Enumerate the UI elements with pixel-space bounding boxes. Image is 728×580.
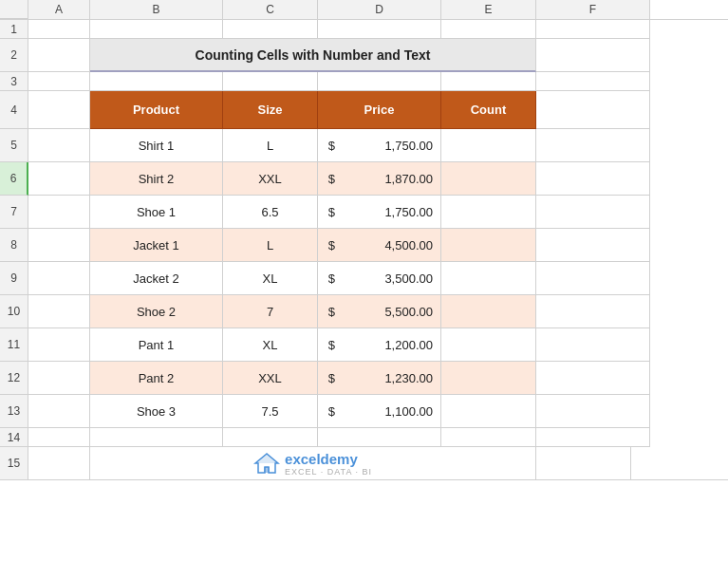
cell-count-6[interactable] <box>441 295 536 328</box>
cell-f5[interactable] <box>536 129 650 162</box>
cell-a8[interactable] <box>28 229 90 262</box>
table-row: Shoe 3 7.5 $ 1,100.00 <box>28 395 728 428</box>
cell-b14[interactable] <box>90 428 223 447</box>
cell-f10[interactable] <box>536 295 650 328</box>
cell-f9[interactable] <box>536 262 650 295</box>
col-header-f[interactable]: F <box>536 0 650 19</box>
row-header-10[interactable]: 10 <box>0 295 28 328</box>
row-header-1[interactable]: 1 <box>0 20 28 39</box>
cell-count-9[interactable] <box>441 395 536 428</box>
row-header-5[interactable]: 5 <box>0 129 28 162</box>
cell-product-6[interactable]: Shoe 2 <box>90 295 223 328</box>
row-header-8[interactable]: 8 <box>0 229 28 262</box>
cell-a9[interactable] <box>28 262 90 295</box>
cell-f13[interactable] <box>536 395 650 428</box>
row-header-7[interactable]: 7 <box>0 196 28 229</box>
row-header-13[interactable]: 13 <box>0 395 28 428</box>
cell-f3[interactable] <box>536 72 650 91</box>
cell-f1[interactable] <box>536 20 650 39</box>
cell-size-4[interactable]: L <box>223 229 318 262</box>
cell-e3[interactable] <box>441 72 536 91</box>
cell-size-6[interactable]: 7 <box>223 295 318 328</box>
cell-e15[interactable] <box>536 447 631 480</box>
cell-size-9[interactable]: 7.5 <box>223 395 318 428</box>
cell-a14[interactable] <box>28 428 90 447</box>
row-header-4[interactable]: 4 <box>0 91 28 129</box>
cell-count-4[interactable] <box>441 229 536 262</box>
dollar-sign-2: $ <box>318 172 339 186</box>
cell-count-3[interactable] <box>441 196 536 229</box>
cell-c1[interactable] <box>223 20 318 39</box>
cell-c3[interactable] <box>223 72 318 91</box>
row-header-3[interactable]: 3 <box>0 72 28 91</box>
cell-a3[interactable] <box>28 72 90 91</box>
row-header-9[interactable]: 9 <box>0 262 28 295</box>
col-header-d[interactable]: D <box>318 0 441 19</box>
cell-a13[interactable] <box>28 395 90 428</box>
row-header-14[interactable]: 14 <box>0 428 28 447</box>
cell-product-2[interactable]: Shirt 2 <box>90 162 223 196</box>
cell-count-5[interactable] <box>441 262 536 295</box>
cell-a11[interactable] <box>28 328 90 362</box>
row-header-2[interactable]: 2 <box>0 39 28 72</box>
cell-size-1[interactable]: L <box>223 129 318 162</box>
cell-price-dollar-4: $ 4,500.00 <box>318 229 441 262</box>
cell-f2[interactable] <box>536 39 650 72</box>
cell-size-3[interactable]: 6.5 <box>223 196 318 229</box>
cell-count-8[interactable] <box>441 362 536 395</box>
col-header-e[interactable]: E <box>441 0 536 19</box>
cell-f12[interactable] <box>536 362 650 395</box>
cell-count-2[interactable] <box>441 162 536 196</box>
cell-size-5[interactable]: XL <box>223 262 318 295</box>
cell-f7[interactable] <box>536 196 650 229</box>
cell-d3[interactable] <box>318 72 441 91</box>
cell-size-7[interactable]: XL <box>223 328 318 362</box>
cell-a12[interactable] <box>28 362 90 395</box>
col-header-a[interactable]: A <box>28 0 90 19</box>
column-headers: A B C D E F <box>0 0 728 20</box>
cell-product-8[interactable]: Pant 2 <box>90 362 223 395</box>
cell-b1[interactable] <box>90 20 223 39</box>
cell-f14[interactable] <box>536 428 650 447</box>
cell-a4[interactable] <box>28 91 90 129</box>
cell-a10[interactable] <box>28 295 90 328</box>
cell-a15[interactable] <box>28 447 90 480</box>
row-header-6[interactable]: 6 <box>0 162 28 196</box>
cell-f11[interactable] <box>536 328 650 362</box>
grid-row-4: Product Size Price Count <box>28 91 728 129</box>
cell-count-7[interactable] <box>441 328 536 362</box>
cell-product-9[interactable]: Shoe 3 <box>90 395 223 428</box>
cell-product-1[interactable]: Shirt 1 <box>90 129 223 162</box>
table-row: Shoe 1 6.5 $ 1,750.00 <box>28 196 728 229</box>
cell-size-2[interactable]: XXL <box>223 162 318 196</box>
cell-a7[interactable] <box>28 196 90 229</box>
cell-b3[interactable] <box>90 72 223 91</box>
table-row: Pant 2 XXL $ 1,230.00 <box>28 362 728 395</box>
row-header-15[interactable]: 15 <box>0 447 28 480</box>
row-header-11[interactable]: 11 <box>0 328 28 362</box>
cell-e14[interactable] <box>441 428 536 447</box>
cell-f4[interactable] <box>536 91 650 129</box>
cell-d1[interactable] <box>318 20 441 39</box>
cell-d14[interactable] <box>318 428 441 447</box>
cell-f8[interactable] <box>536 229 650 262</box>
cell-price-dollar-3: $ 1,750.00 <box>318 196 441 229</box>
cell-a5[interactable] <box>28 129 90 162</box>
cell-product-4[interactable]: Jacket 1 <box>90 229 223 262</box>
cell-c14[interactable] <box>223 428 318 447</box>
cell-product-3[interactable]: Shoe 1 <box>90 196 223 229</box>
cell-f6[interactable] <box>536 162 650 196</box>
cell-a6[interactable] <box>28 162 90 196</box>
cell-product-7[interactable]: Pant 1 <box>90 328 223 362</box>
cell-e1[interactable] <box>441 20 536 39</box>
cell-a2[interactable] <box>28 39 90 72</box>
cell-product-5[interactable]: Jacket 2 <box>90 262 223 295</box>
cell-a1[interactable] <box>28 20 90 39</box>
cell-count-1[interactable] <box>441 129 536 162</box>
col-header-c[interactable]: C <box>223 0 318 19</box>
cell-price-dollar-5: $ 3,500.00 <box>318 262 441 295</box>
cell-size-8[interactable]: XXL <box>223 362 318 395</box>
row-header-12[interactable]: 12 <box>0 362 28 395</box>
cell-f15[interactable] <box>631 447 728 480</box>
col-header-b[interactable]: B <box>90 0 223 19</box>
